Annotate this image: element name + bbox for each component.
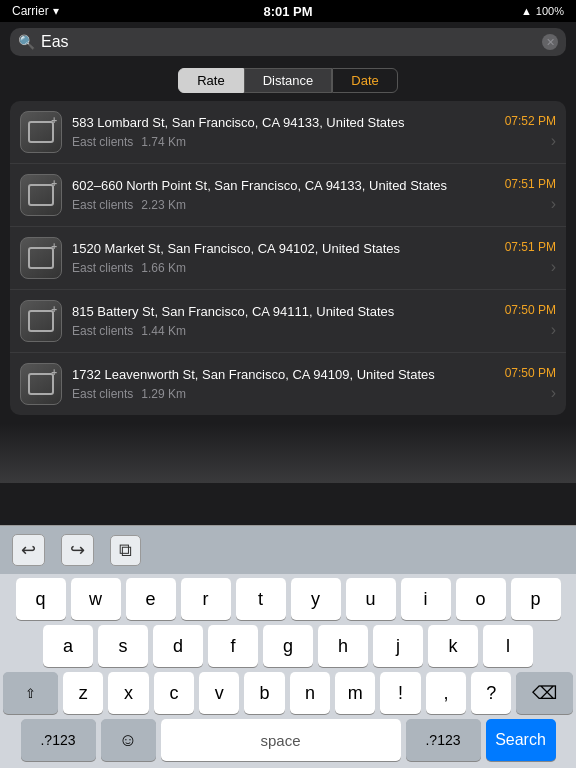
space-key[interactable]: space: [161, 719, 401, 761]
key-exclaim[interactable]: !: [380, 672, 420, 714]
item-right: 07:50 PM ›: [505, 366, 556, 402]
key-f[interactable]: f: [208, 625, 258, 667]
key-c[interactable]: c: [154, 672, 194, 714]
item-content: 815 Battery St, San Francisco, CA 94111,…: [72, 304, 497, 338]
key-n[interactable]: n: [290, 672, 330, 714]
tab-rate[interactable]: Rate: [178, 68, 243, 93]
key-h[interactable]: h: [318, 625, 368, 667]
copy-button[interactable]: ⧉: [110, 535, 141, 566]
key-row-2: a s d f g h j k l: [3, 625, 573, 667]
redo-button[interactable]: ↪: [61, 534, 94, 566]
key-e[interactable]: e: [126, 578, 176, 620]
item-group: East clients: [72, 261, 133, 275]
wifi-icon: ▾: [53, 4, 59, 18]
chevron-right-icon: ›: [551, 195, 556, 213]
delete-key[interactable]: ⌫: [516, 672, 572, 714]
key-o[interactable]: o: [456, 578, 506, 620]
key-i[interactable]: i: [401, 578, 451, 620]
item-group: East clients: [72, 324, 133, 338]
tab-distance[interactable]: Distance: [244, 68, 333, 93]
key-u[interactable]: u: [346, 578, 396, 620]
shift-key[interactable]: ⇧: [3, 672, 58, 714]
key-x[interactable]: x: [108, 672, 148, 714]
signal-icon: ▲: [521, 5, 532, 17]
result-item[interactable]: 602–660 North Point St, San Francisco, C…: [10, 164, 566, 227]
chevron-right-icon: ›: [551, 384, 556, 402]
search-key[interactable]: Search: [486, 719, 556, 761]
emoji-key[interactable]: ☺: [101, 719, 156, 761]
result-item[interactable]: 583 Lombard St, San Francisco, CA 94133,…: [10, 101, 566, 164]
status-time: 8:01 PM: [263, 4, 312, 19]
search-bar-container: 🔍 Eas ✕: [0, 22, 576, 62]
key-r[interactable]: r: [181, 578, 231, 620]
item-distance: 2.23 Km: [141, 198, 186, 212]
item-right: 07:51 PM ›: [505, 177, 556, 213]
item-address: 583 Lombard St, San Francisco, CA 94133,…: [72, 115, 497, 132]
item-icon: [20, 363, 62, 405]
item-icon: [20, 300, 62, 342]
key-b[interactable]: b: [244, 672, 284, 714]
search-icon: 🔍: [18, 34, 35, 50]
battery-label: 100%: [536, 5, 564, 17]
search-bar[interactable]: 🔍 Eas ✕: [10, 28, 566, 56]
keyboard-toolbar: ↩ ↪ ⧉: [0, 525, 576, 574]
key-p[interactable]: p: [511, 578, 561, 620]
key-comma[interactable]: ,: [426, 672, 466, 714]
item-icon: [20, 111, 62, 153]
key-question[interactable]: ?: [471, 672, 511, 714]
search-clear-button[interactable]: ✕: [542, 34, 558, 50]
item-content: 602–660 North Point St, San Francisco, C…: [72, 178, 497, 212]
key-row-1: q w e r t y u i o p: [3, 578, 573, 620]
item-group: East clients: [72, 387, 133, 401]
key-z[interactable]: z: [63, 672, 103, 714]
chevron-right-icon: ›: [551, 321, 556, 339]
item-content: 1520 Market St, San Francisco, CA 94102,…: [72, 241, 497, 275]
key-s[interactable]: s: [98, 625, 148, 667]
chevron-right-icon: ›: [551, 258, 556, 276]
search-input[interactable]: Eas: [41, 33, 536, 51]
item-right: 07:50 PM ›: [505, 303, 556, 339]
item-time: 07:50 PM: [505, 303, 556, 317]
key-t[interactable]: t: [236, 578, 286, 620]
item-time: 07:50 PM: [505, 366, 556, 380]
item-meta: East clients 1.44 Km: [72, 324, 497, 338]
results-list: 583 Lombard St, San Francisco, CA 94133,…: [10, 101, 566, 415]
item-group: East clients: [72, 198, 133, 212]
sort-tabs: Rate Distance Date: [0, 62, 576, 101]
keyboard-rows: q w e r t y u i o p a s d f g h j k l ⇧ …: [0, 574, 576, 768]
item-meta: East clients 2.23 Km: [72, 198, 497, 212]
tab-date[interactable]: Date: [332, 68, 397, 93]
item-distance: 1.74 Km: [141, 135, 186, 149]
key-v[interactable]: v: [199, 672, 239, 714]
status-right: ▲ 100%: [521, 5, 564, 17]
key-q[interactable]: q: [16, 578, 66, 620]
key-k[interactable]: k: [428, 625, 478, 667]
result-item[interactable]: 1732 Leavenworth St, San Francisco, CA 9…: [10, 353, 566, 415]
key-w[interactable]: w: [71, 578, 121, 620]
num-key[interactable]: .?123: [21, 719, 96, 761]
carrier-label: Carrier: [12, 4, 49, 18]
item-right: 07:51 PM ›: [505, 240, 556, 276]
item-icon: [20, 237, 62, 279]
key-l[interactable]: l: [483, 625, 533, 667]
num-key-2[interactable]: .?123: [406, 719, 481, 761]
result-item[interactable]: 815 Battery St, San Francisco, CA 94111,…: [10, 290, 566, 353]
item-time: 07:52 PM: [505, 114, 556, 128]
key-y[interactable]: y: [291, 578, 341, 620]
item-right: 07:52 PM ›: [505, 114, 556, 150]
item-meta: East clients 1.66 Km: [72, 261, 497, 275]
result-item[interactable]: 1520 Market St, San Francisco, CA 94102,…: [10, 227, 566, 290]
item-address: 1520 Market St, San Francisco, CA 94102,…: [72, 241, 497, 258]
item-address: 602–660 North Point St, San Francisco, C…: [72, 178, 497, 195]
key-row-4: .?123 ☺ space .?123 Search: [3, 719, 573, 761]
undo-button[interactable]: ↩: [12, 534, 45, 566]
key-m[interactable]: m: [335, 672, 375, 714]
keyboard: ↩ ↪ ⧉ q w e r t y u i o p a s d f g h j …: [0, 525, 576, 768]
key-d[interactable]: d: [153, 625, 203, 667]
bottom-gradient: [0, 423, 576, 483]
item-meta: East clients 1.74 Km: [72, 135, 497, 149]
key-a[interactable]: a: [43, 625, 93, 667]
item-meta: East clients 1.29 Km: [72, 387, 497, 401]
key-g[interactable]: g: [263, 625, 313, 667]
key-j[interactable]: j: [373, 625, 423, 667]
